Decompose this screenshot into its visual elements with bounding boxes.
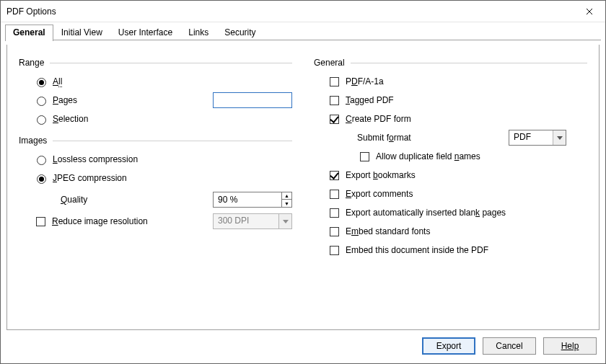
- check-export-bookmarks-label: Export bookmarks: [346, 170, 416, 180]
- check-tagged[interactable]: Tagged PDF: [327, 94, 394, 107]
- range-group-header: Range: [19, 58, 292, 68]
- check-export-comments-input[interactable]: [330, 190, 339, 199]
- pages-input[interactable]: [213, 92, 292, 108]
- cancel-button[interactable]: Cancel: [483, 337, 536, 355]
- chevron-down-icon: [283, 220, 289, 223]
- dialog-title: PDF Options: [6, 6, 56, 17]
- check-create-form-input[interactable]: [330, 115, 339, 124]
- check-allow-dup-label: Allow duplicate field names: [376, 151, 480, 161]
- check-pdfa[interactable]: PDF/A-1a: [327, 75, 384, 89]
- check-export-comments-label: Export comments: [346, 189, 413, 199]
- check-embed-doc[interactable]: Embed this document inside the PDF: [327, 244, 488, 257]
- check-export-blank[interactable]: Export automatically inserted blank page…: [327, 206, 506, 220]
- radio-selection-label: Selection: [53, 114, 88, 124]
- tab-security[interactable]: Security: [216, 25, 263, 40]
- spin-down-icon[interactable]: ▼: [282, 200, 291, 207]
- submit-format-label: Submit format: [357, 133, 509, 143]
- tab-links-label: Links: [188, 27, 208, 37]
- check-allow-dup-input[interactable]: [360, 152, 369, 161]
- help-button-label: Help: [561, 341, 579, 351]
- tab-links[interactable]: Links: [180, 25, 216, 40]
- check-export-bookmarks-input[interactable]: [330, 171, 339, 180]
- tab-general[interactable]: General: [5, 25, 53, 41]
- check-reduce-resolution-label: Reduce image resolution: [52, 216, 148, 226]
- tab-user-interface-label: User Interface: [118, 27, 172, 37]
- check-embed-fonts[interactable]: Embed standard fonts: [327, 225, 430, 239]
- close-button[interactable]: [573, 1, 605, 22]
- radio-pages[interactable]: Pages: [33, 94, 77, 106]
- titlebar: PDF Options: [1, 1, 605, 22]
- check-export-comments[interactable]: Export comments: [327, 187, 413, 201]
- quality-spinner[interactable]: ▲ ▼: [213, 192, 292, 208]
- radio-lossless-label: Lossless compression: [53, 154, 138, 164]
- left-column: Range All Pages: [19, 55, 292, 324]
- close-icon: [586, 8, 593, 15]
- submit-format-combo[interactable]: PDF: [509, 130, 566, 146]
- check-reduce-resolution-input[interactable]: [36, 217, 45, 226]
- check-embed-fonts-input[interactable]: [330, 227, 339, 236]
- check-create-form[interactable]: Create PDF form: [327, 112, 411, 126]
- general-group-header: General: [314, 58, 587, 68]
- help-button[interactable]: Help: [543, 337, 597, 355]
- images-label: Images: [19, 136, 47, 146]
- tab-general-label: General: [13, 27, 45, 37]
- tab-security-label: Security: [224, 27, 255, 37]
- cancel-button-label: Cancel: [496, 341, 522, 351]
- check-embed-doc-input[interactable]: [330, 246, 339, 255]
- export-button[interactable]: Export: [422, 337, 475, 355]
- footer-buttons: Export Cancel Help: [1, 330, 605, 363]
- tab-initial-view-label: Initial View: [61, 27, 102, 37]
- check-allow-dup[interactable]: Allow duplicate field names: [357, 150, 480, 164]
- divider: [351, 63, 587, 63]
- radio-jpeg-label: JPEG compression: [53, 173, 127, 183]
- pdf-options-dialog: PDF Options General Initial View User In…: [0, 0, 606, 364]
- check-pdfa-label: PDF/A-1a: [346, 76, 384, 86]
- quality-value-input[interactable]: [214, 192, 281, 207]
- quality-label: Quality: [61, 195, 87, 205]
- chevron-down-icon: [557, 136, 563, 140]
- radio-lossless-input[interactable]: [37, 156, 46, 165]
- resolution-combo-value: 300 DPI: [214, 214, 278, 228]
- check-create-form-label: Create PDF form: [346, 114, 411, 124]
- tab-panel-general: Range All Pages: [6, 45, 600, 330]
- check-export-bookmarks[interactable]: Export bookmarks: [327, 169, 416, 182]
- tab-user-interface[interactable]: User Interface: [110, 25, 180, 40]
- submit-format-combo-button[interactable]: [553, 130, 566, 145]
- radio-jpeg[interactable]: JPEG compression: [33, 172, 127, 184]
- export-button-label: Export: [436, 341, 462, 351]
- check-tagged-input[interactable]: [330, 96, 339, 105]
- resolution-combo-button: [278, 214, 291, 228]
- radio-selection-input[interactable]: [37, 115, 46, 125]
- check-reduce-resolution[interactable]: Reduce image resolution: [33, 215, 148, 228]
- check-embed-fonts-label: Embed standard fonts: [346, 226, 430, 236]
- spin-up-icon[interactable]: ▲: [282, 192, 291, 200]
- radio-all[interactable]: All: [33, 76, 62, 87]
- check-export-blank-label: Export automatically inserted blank page…: [346, 208, 506, 218]
- check-export-blank-input[interactable]: [330, 208, 339, 218]
- check-pdfa-input[interactable]: [330, 77, 339, 86]
- radio-lossless[interactable]: Lossless compression: [33, 154, 138, 165]
- radio-selection[interactable]: Selection: [33, 113, 88, 125]
- range-label: Range: [19, 58, 44, 68]
- radio-all-input[interactable]: [37, 78, 46, 87]
- check-embed-doc-label: Embed this document inside the PDF: [346, 245, 488, 255]
- submit-format-value: PDF: [509, 130, 553, 145]
- general-label: General: [314, 58, 345, 68]
- tabstrip: General Initial View User Interface Link…: [1, 22, 605, 40]
- right-column: General PDF/A-1a Tagged PDF: [314, 55, 587, 324]
- images-group-header: Images: [19, 136, 292, 146]
- divider: [53, 141, 292, 141]
- divider: [50, 63, 292, 63]
- radio-pages-label: Pages: [53, 95, 77, 105]
- radio-jpeg-input[interactable]: [37, 174, 46, 184]
- radio-all-label: All: [53, 76, 62, 86]
- radio-pages-input[interactable]: [37, 97, 46, 106]
- tab-initial-view[interactable]: Initial View: [53, 25, 110, 40]
- resolution-combo: 300 DPI: [213, 213, 292, 229]
- quality-spin-buttons[interactable]: ▲ ▼: [281, 192, 291, 207]
- check-tagged-label: Tagged PDF: [346, 95, 394, 105]
